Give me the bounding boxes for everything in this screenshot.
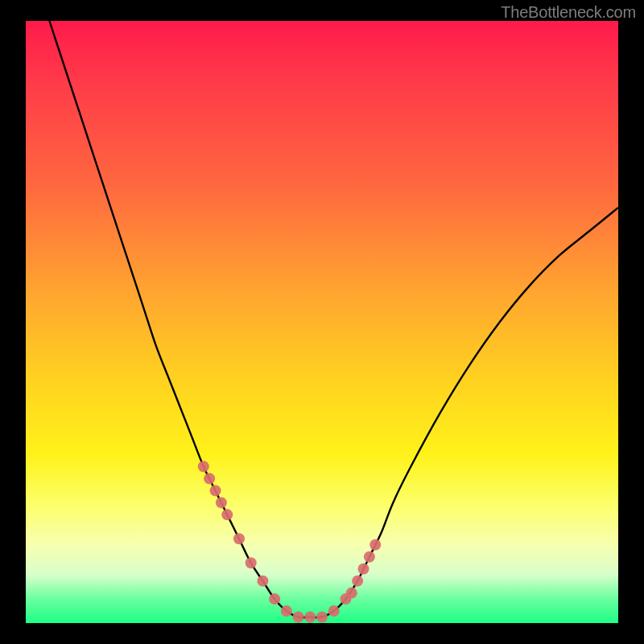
marker-point	[221, 509, 233, 520]
marker-point	[210, 485, 221, 496]
marker-point	[364, 551, 375, 563]
marker-point	[246, 557, 257, 568]
chart-overlay	[26, 21, 618, 623]
watermark-text: TheBottleneck.com	[501, 3, 636, 22]
marker-point	[369, 539, 381, 551]
scatter-points	[198, 461, 381, 623]
marker-point	[328, 605, 340, 617]
outer-frame: TheBottleneck.com	[0, 0, 644, 644]
marker-point	[352, 576, 363, 587]
marker-point	[316, 612, 328, 623]
marker-point	[257, 576, 268, 587]
curve-line	[49, 21, 618, 617]
marker-point	[233, 533, 245, 544]
marker-point	[358, 564, 369, 575]
marker-point	[198, 461, 209, 473]
marker-point	[293, 612, 304, 623]
marker-point	[204, 473, 215, 484]
marker-point	[304, 612, 316, 623]
marker-point	[281, 605, 292, 617]
marker-point	[216, 497, 227, 508]
marker-point	[269, 593, 280, 605]
marker-point	[346, 588, 357, 599]
